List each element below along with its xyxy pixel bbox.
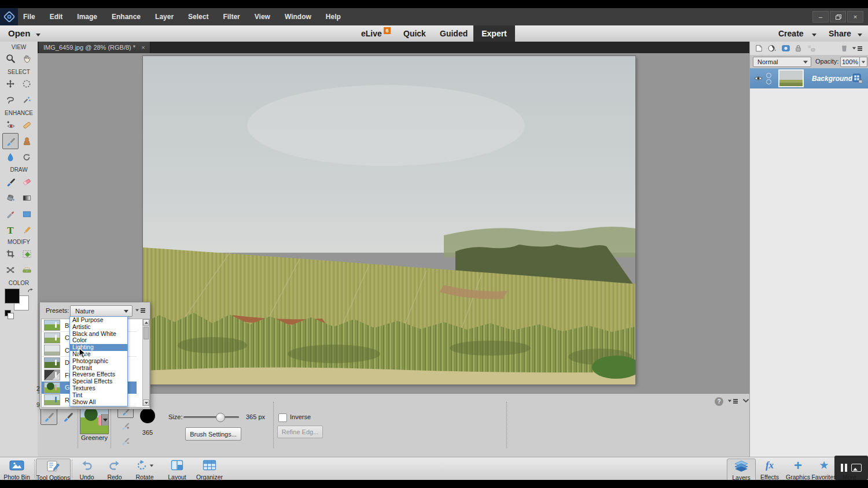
layer-row-background[interactable]: Background (750, 68, 868, 88)
smart-brush-tool[interactable] (2, 133, 19, 149)
rotate-caret-icon[interactable] (149, 464, 153, 467)
layer-mask-icon[interactable] (781, 44, 790, 53)
help-icon[interactable]: ? (715, 397, 723, 406)
type-tool[interactable]: T (3, 223, 18, 238)
red-eye-tool[interactable] (3, 117, 18, 132)
redo-button[interactable]: Redo (102, 459, 127, 480)
minimize-button[interactable]: – (812, 11, 829, 23)
menu-item-show-all[interactable]: Show All (70, 399, 127, 406)
lasso-tool[interactable] (3, 93, 18, 108)
collapse-panel-icon[interactable] (742, 398, 749, 403)
brush-settings-button[interactable]: Brush Settings... (185, 427, 241, 441)
preset-scrollbar[interactable] (142, 319, 149, 406)
clone-stamp-tool[interactable] (19, 134, 34, 149)
preset-panel-menu-icon[interactable] (135, 308, 145, 313)
panel-menu-icon[interactable] (727, 399, 738, 404)
pause-icon[interactable] (841, 464, 847, 472)
menu-filter[interactable]: Filter (223, 13, 240, 21)
eyedropper-tool[interactable] (3, 206, 18, 221)
tab-guided[interactable]: Guided (440, 29, 468, 38)
crop-tool[interactable] (3, 246, 18, 261)
create-button[interactable]: Create (778, 29, 804, 38)
graphics-button[interactable]: + Graphics (785, 459, 811, 480)
menu-enhance[interactable]: Enhance (112, 13, 141, 21)
tool-options-button[interactable]: Tool Options (36, 459, 71, 482)
picture-in-picture-icon[interactable] (851, 464, 862, 472)
subtract-from-selection-brush[interactable] (117, 434, 133, 447)
scroll-down-icon[interactable] (143, 400, 149, 406)
pencil-tool[interactable] (19, 223, 34, 238)
rotate-button[interactable]: Rotate (130, 459, 160, 480)
tab-elive[interactable]: eLive (361, 29, 382, 38)
effects-button[interactable]: fx Effects (757, 459, 782, 480)
adjustment-layer-icon[interactable] (767, 44, 778, 53)
opacity-caret[interactable] (859, 57, 867, 67)
menu-select[interactable]: Select (188, 13, 208, 21)
menu-layer[interactable]: Layer (155, 13, 174, 21)
tab-expert[interactable]: Expert (473, 25, 515, 42)
add-to-selection-brush[interactable] (117, 419, 133, 432)
marquee-tool[interactable] (19, 76, 34, 91)
share-caret-icon[interactable] (858, 34, 862, 36)
gradient-tool[interactable] (19, 190, 34, 205)
menu-item-artistic[interactable]: Artistic (70, 324, 127, 331)
menu-edit[interactable]: Edit (50, 13, 63, 21)
hand-tool[interactable] (19, 51, 34, 66)
scroll-thumb[interactable] (144, 327, 149, 339)
presets-category-select[interactable]: Nature (70, 305, 133, 317)
cookie-cutter-tool[interactable] (19, 246, 34, 261)
refine-edge-button[interactable]: Refine Edg... (277, 426, 323, 438)
restore-button[interactable] (830, 11, 846, 23)
blend-mode-select[interactable]: Normal (753, 57, 811, 67)
layers-menu-icon[interactable] (852, 46, 862, 51)
recompose-tool[interactable] (3, 263, 18, 278)
smudge-tool[interactable] (19, 150, 34, 165)
menu-help[interactable]: Help (326, 13, 341, 21)
lock-all-icon[interactable] (794, 44, 803, 53)
undo-button[interactable]: Undo (74, 459, 100, 480)
create-caret-icon[interactable] (812, 34, 816, 36)
layout-button[interactable]: Layout (163, 459, 191, 480)
blur-tool[interactable] (3, 150, 18, 165)
paint-bucket-tool[interactable] (3, 190, 18, 205)
brush-tool[interactable] (3, 174, 18, 189)
eraser-tool[interactable] (19, 174, 34, 189)
new-layer-icon[interactable] (755, 44, 763, 53)
spot-healing-tool[interactable] (19, 117, 34, 132)
open-caret-icon[interactable] (36, 34, 41, 36)
document-tab[interactable]: IMG_6459.jpg @ 28% (RGB/8) * × (39, 42, 150, 53)
share-button[interactable]: Share (829, 29, 851, 38)
move-tool[interactable] (3, 76, 18, 91)
delete-layer-icon[interactable] (840, 44, 848, 53)
tab-quick[interactable]: Quick (403, 29, 426, 38)
swap-colors-icon[interactable] (27, 288, 34, 295)
open-button[interactable]: Open (8, 28, 30, 38)
detail-smart-brush-option[interactable] (60, 409, 76, 424)
photo-image[interactable] (143, 56, 635, 385)
zoom-tool[interactable] (3, 51, 18, 66)
quick-selection-tool[interactable] (19, 93, 34, 108)
straighten-tool[interactable] (19, 263, 34, 278)
document-close-icon[interactable]: × (141, 44, 145, 51)
lock-transparency-icon[interactable] (807, 44, 816, 53)
size-slider-track[interactable] (183, 416, 239, 418)
layer-link-icon[interactable] (766, 73, 771, 84)
size-slider-thumb[interactable] (216, 413, 225, 422)
opacity-value[interactable]: 100% (840, 57, 860, 67)
inverse-checkbox[interactable] (278, 413, 287, 422)
photo-bin-button[interactable]: Photo Bin (1, 459, 32, 480)
menu-file[interactable]: File (23, 13, 35, 21)
layer-name[interactable]: Background (812, 75, 852, 83)
layer-visibility-icon[interactable] (754, 75, 763, 82)
brush-preset-preview[interactable] (80, 405, 109, 434)
scroll-up-icon[interactable] (143, 319, 149, 326)
shape-tool[interactable] (19, 206, 34, 221)
foreground-color-swatch[interactable] (5, 289, 20, 304)
close-button[interactable]: × (847, 11, 863, 23)
smart-brush-option[interactable] (41, 408, 57, 425)
layer-thumbnail[interactable] (778, 69, 804, 87)
layers-button[interactable]: Layers (727, 459, 756, 482)
menu-window[interactable]: Window (285, 13, 311, 21)
menu-image[interactable]: Image (77, 13, 97, 21)
organizer-button[interactable]: Organizer (193, 459, 226, 480)
